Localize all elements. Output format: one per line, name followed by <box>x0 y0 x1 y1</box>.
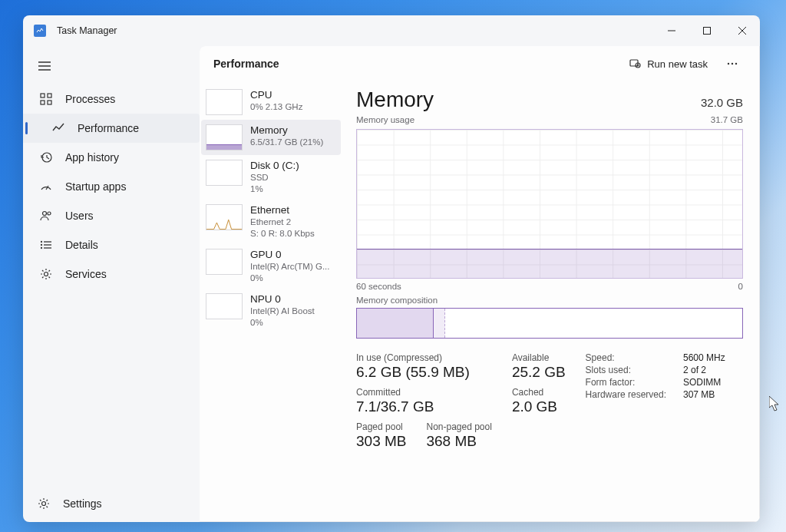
resource-gpu[interactable]: GPU 0 Intel(R) Arc(TM) G... 0% <box>201 244 341 289</box>
cursor-icon <box>769 396 780 411</box>
ethernet-thumb <box>206 204 243 230</box>
disk-thumb <box>206 160 243 186</box>
resource-sub: Intel(R) Arc(TM) G... <box>250 261 330 273</box>
memory-properties: Speed:5600 MHz Slots used:2 of 2 Form fa… <box>586 352 725 400</box>
svg-point-22 <box>45 273 48 276</box>
cpu-thumb <box>206 89 243 115</box>
svg-rect-11 <box>48 101 51 104</box>
nav-label: Settings <box>63 497 102 510</box>
resource-list: CPU 0% 2.13 GHz Memory 6.5/31.7 GB (21%) <box>200 81 345 522</box>
gear-icon <box>39 267 53 281</box>
svg-point-28 <box>728 63 729 64</box>
memory-stats: In use (Compressed) 6.2 GB (55.9 MB) Com… <box>356 352 743 456</box>
titlebar[interactable]: Task Manager <box>23 15 760 46</box>
resource-sub: 0% <box>250 317 315 329</box>
maximize-button[interactable] <box>689 15 725 46</box>
nonpaged-value: 368 MB <box>426 433 491 450</box>
nonpaged-label: Non-paged pool <box>426 421 491 432</box>
svg-rect-9 <box>48 94 51 97</box>
axis-right: 0 <box>738 282 743 291</box>
svg-point-14 <box>43 212 47 216</box>
svg-rect-10 <box>41 101 45 104</box>
nav-label: Startup apps <box>65 180 126 193</box>
chart-icon <box>51 121 65 135</box>
nav-rail: Processes Performance App history Startu… <box>23 46 200 522</box>
resource-sub: 6.5/31.7 GB (21%) <box>250 137 323 148</box>
available-label: Available <box>512 352 566 363</box>
main-header: Performance Run new task <box>200 46 760 81</box>
resource-title: GPU 0 <box>250 249 330 261</box>
gauge-icon <box>39 180 53 193</box>
detail-capacity: 32.0 GB <box>701 96 743 109</box>
usage-label: Memory usage <box>356 115 414 124</box>
run-new-task-button[interactable]: Run new task <box>621 52 715 76</box>
nav-users[interactable]: Users <box>23 201 200 230</box>
task-manager-window: Task Manager Processes Performance App <box>23 15 760 522</box>
svg-point-21 <box>41 248 42 249</box>
nav-label: Performance <box>78 122 139 134</box>
resource-title: Ethernet <box>250 204 315 216</box>
grid-icon <box>39 92 53 106</box>
resource-disk[interactable]: Disk 0 (C:) SSD 1% <box>201 155 341 200</box>
resource-title: CPU <box>250 89 302 101</box>
composition-bar[interactable] <box>356 308 743 339</box>
close-button[interactable] <box>725 15 760 46</box>
memory-thumb <box>206 124 243 150</box>
resource-ethernet[interactable]: Ethernet Ethernet 2 S: 0 R: 8.0 Kbps <box>201 200 341 244</box>
resource-sub: Ethernet 2 <box>250 216 315 228</box>
list-icon <box>39 238 53 252</box>
nav-settings[interactable]: Settings <box>23 488 200 519</box>
gpu-thumb <box>206 249 243 275</box>
settings-icon <box>37 497 51 511</box>
nav-startup-apps[interactable]: Startup apps <box>23 172 200 201</box>
svg-point-29 <box>732 63 733 64</box>
run-task-label: Run new task <box>647 58 708 70</box>
window-title: Task Manager <box>57 25 117 36</box>
nav-label: Users <box>65 210 94 222</box>
resource-title: Disk 0 (C:) <box>250 160 299 172</box>
hamburger-button[interactable] <box>29 52 60 80</box>
nav-label: Services <box>65 268 107 280</box>
nav-label: Details <box>65 239 98 251</box>
nav-label: Processes <box>65 93 115 105</box>
nav-performance[interactable]: Performance <box>23 114 200 143</box>
app-icon <box>34 25 46 37</box>
usage-max: 31.7 GB <box>711 115 743 124</box>
resource-title: NPU 0 <box>250 293 315 306</box>
memory-usage-graph[interactable] <box>356 129 743 279</box>
svg-point-30 <box>735 63 737 64</box>
nav-processes[interactable]: Processes <box>23 84 200 114</box>
nav-app-history[interactable]: App history <box>23 143 200 172</box>
inuse-value: 6.2 GB (55.9 MB) <box>356 364 492 381</box>
minimize-button[interactable] <box>654 15 689 46</box>
page-title: Performance <box>213 58 279 70</box>
more-button[interactable] <box>718 51 746 76</box>
composition-label: Memory composition <box>356 296 743 305</box>
resource-sub: SSD <box>250 172 299 183</box>
svg-point-20 <box>41 245 42 246</box>
detail-pane: Memory 32.0 GB Memory usage 31.7 GB 60 s… <box>345 81 760 522</box>
axis-left: 60 seconds <box>356 282 401 291</box>
inuse-label: In use (Compressed) <box>356 352 492 363</box>
npu-thumb <box>206 293 243 319</box>
history-icon <box>39 150 53 164</box>
committed-value: 7.1/36.7 GB <box>356 398 492 415</box>
nav-details[interactable]: Details <box>23 230 200 259</box>
committed-label: Committed <box>356 387 492 398</box>
resource-cpu[interactable]: CPU 0% 2.13 GHz <box>201 84 341 120</box>
svg-point-15 <box>48 212 51 215</box>
detail-title: Memory <box>356 88 434 112</box>
resource-npu[interactable]: NPU 0 Intel(R) AI Boost 0% <box>201 289 341 333</box>
resource-title: Memory <box>250 124 323 137</box>
nav-services[interactable]: Services <box>23 259 200 289</box>
resource-sub: 0% <box>250 273 330 284</box>
paged-value: 303 MB <box>356 433 406 450</box>
paged-label: Paged pool <box>356 421 406 432</box>
svg-rect-2 <box>704 28 711 35</box>
users-icon <box>39 209 53 223</box>
resource-memory[interactable]: Memory 6.5/31.7 GB (21%) <box>201 120 341 155</box>
svg-point-19 <box>41 242 42 243</box>
main-panel: Performance Run new task <box>200 46 760 522</box>
resource-sub: S: 0 R: 8.0 Kbps <box>250 228 315 240</box>
svg-rect-8 <box>41 94 45 97</box>
